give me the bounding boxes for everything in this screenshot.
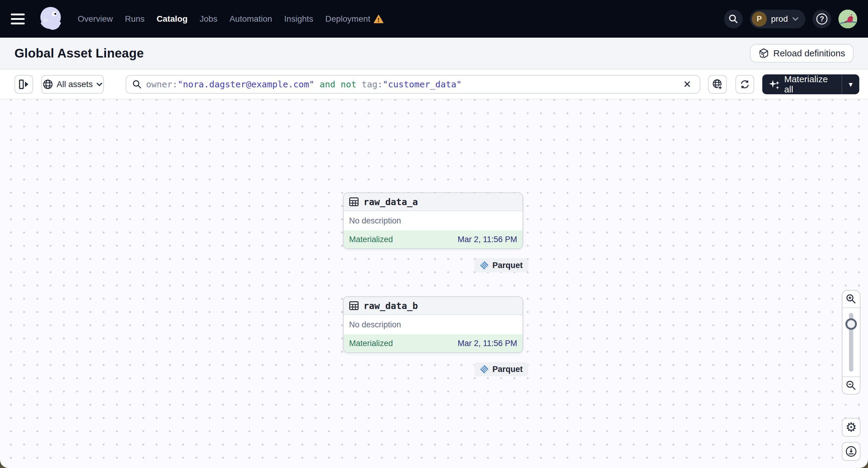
parquet-icon xyxy=(480,261,489,270)
page-header: Global Asset Lineage Reload definitions xyxy=(0,38,868,69)
zoom-control-panel xyxy=(842,290,861,395)
nav-item-overview[interactable]: Overview xyxy=(78,14,113,24)
caret-down-icon: ▾ xyxy=(849,80,852,89)
clear-filter-icon[interactable]: ✕ xyxy=(681,79,693,90)
status-badge: Materialized xyxy=(349,235,393,244)
search-button[interactable] xyxy=(724,10,743,28)
materialize-all-split-button: Materialize all ▾ xyxy=(762,74,859,94)
deployment-initial-badge: P xyxy=(752,11,767,27)
gear-icon: ⚙ xyxy=(845,421,857,434)
zoom-slider[interactable] xyxy=(842,308,860,376)
hamburger-menu-icon[interactable] xyxy=(11,10,30,28)
globe-icon xyxy=(43,79,53,89)
reload-definitions-button[interactable]: Reload definitions xyxy=(750,44,854,63)
materialize-all-button[interactable]: Materialize all xyxy=(762,74,841,94)
parquet-icon xyxy=(480,365,489,374)
asset-kind-tag-parquet[interactable]: Parquet xyxy=(474,362,528,376)
deployment-switcher[interactable]: P prod xyxy=(750,10,805,28)
refresh-icon xyxy=(739,79,750,90)
nav-item-deployment[interactable]: Deployment xyxy=(325,14,383,24)
asset-kind-tag-label: Parquet xyxy=(492,365,523,374)
lineage-toolbar: All assets owner:"nora.dagster@example.c… xyxy=(0,69,868,99)
new-scope-button[interactable] xyxy=(708,75,727,94)
asset-node-raw-data-a[interactable]: raw_data_a No description Materialized M… xyxy=(343,192,523,249)
graph-settings-button[interactable]: ⚙ xyxy=(842,418,861,437)
expand-panel-icon xyxy=(19,79,29,89)
asset-name: raw_data_b xyxy=(364,301,418,311)
download-icon xyxy=(845,445,857,458)
zoom-in-icon xyxy=(846,293,857,305)
chevron-down-icon xyxy=(96,83,102,87)
deployment-name: prod xyxy=(771,14,788,24)
open-left-panel-button[interactable] xyxy=(14,75,33,94)
zoom-out-icon xyxy=(846,380,857,391)
svg-text:?: ? xyxy=(820,15,824,23)
avatar-bird-image xyxy=(838,10,857,28)
lineage-canvas-wrap: raw_data_a No description Materialized M… xyxy=(0,99,868,468)
filter-query-text: owner:"nora.dagster@example.com" and not… xyxy=(146,79,462,89)
nav-item-insights[interactable]: Insights xyxy=(284,14,313,24)
dagster-app: Overview Runs Catalog Jobs Automation In… xyxy=(0,0,868,468)
nav-item-catalog[interactable]: Catalog xyxy=(157,14,188,24)
user-avatar[interactable] xyxy=(838,10,857,28)
refresh-graph-button[interactable] xyxy=(736,75,754,94)
nav-item-jobs[interactable]: Jobs xyxy=(200,14,217,24)
download-graph-button[interactable] xyxy=(842,442,861,461)
asset-node-header: raw_data_b xyxy=(344,297,523,315)
top-nav: Overview Runs Catalog Jobs Automation In… xyxy=(0,0,868,38)
asset-status-bar: Materialized Mar 2, 11:56 PM xyxy=(344,334,523,352)
status-badge: Materialized xyxy=(349,339,393,348)
materialize-all-label: Materialize all xyxy=(784,74,835,95)
asset-name: raw_data_a xyxy=(364,197,418,207)
globe-add-icon xyxy=(712,79,723,90)
nav-right-cluster: P prod ? xyxy=(724,10,857,28)
lineage-canvas[interactable]: raw_data_a No description Materialized M… xyxy=(0,99,868,468)
asset-kind-tag-label: Parquet xyxy=(492,261,523,270)
table-asset-icon xyxy=(349,197,359,206)
nav-item-automation[interactable]: Automation xyxy=(229,14,272,24)
materialization-timestamp[interactable]: Mar 2, 11:56 PM xyxy=(458,339,517,348)
asset-filter-input[interactable]: owner:"nora.dagster@example.com" and not… xyxy=(126,75,700,94)
zoom-out-button[interactable] xyxy=(842,376,860,394)
dagster-logo[interactable] xyxy=(35,4,64,33)
asset-node-header: raw_data_a xyxy=(344,193,523,211)
asset-status-bar: Materialized Mar 2, 11:56 PM xyxy=(344,230,523,248)
materialize-options-caret[interactable]: ▾ xyxy=(841,74,859,94)
search-icon xyxy=(132,80,142,89)
zoom-in-button[interactable] xyxy=(842,291,860,308)
nav-links: Overview Runs Catalog Jobs Automation In… xyxy=(78,14,383,24)
asset-scope-dropdown[interactable]: All assets xyxy=(41,75,104,94)
asset-kind-tag-parquet[interactable]: Parquet xyxy=(474,258,528,272)
zoom-slider-thumb[interactable] xyxy=(845,318,857,330)
chevron-down-icon xyxy=(792,17,799,21)
asset-scope-label: All assets xyxy=(57,80,93,89)
nav-item-runs[interactable]: Runs xyxy=(125,14,145,24)
sparkles-icon xyxy=(769,78,780,90)
warning-icon xyxy=(374,14,383,24)
reload-code-location-icon xyxy=(758,48,769,59)
asset-node-raw-data-b[interactable]: raw_data_b No description Materialized M… xyxy=(343,297,523,353)
materialization-timestamp[interactable]: Mar 2, 11:56 PM xyxy=(458,235,517,244)
asset-description: No description xyxy=(349,320,401,330)
help-button[interactable]: ? xyxy=(813,10,831,28)
asset-description: No description xyxy=(349,216,401,225)
table-asset-icon xyxy=(349,301,359,310)
help-icon: ? xyxy=(815,13,828,25)
search-icon xyxy=(728,14,739,24)
reload-definitions-label: Reload definitions xyxy=(773,48,845,58)
page-title: Global Asset Lineage xyxy=(14,46,144,61)
